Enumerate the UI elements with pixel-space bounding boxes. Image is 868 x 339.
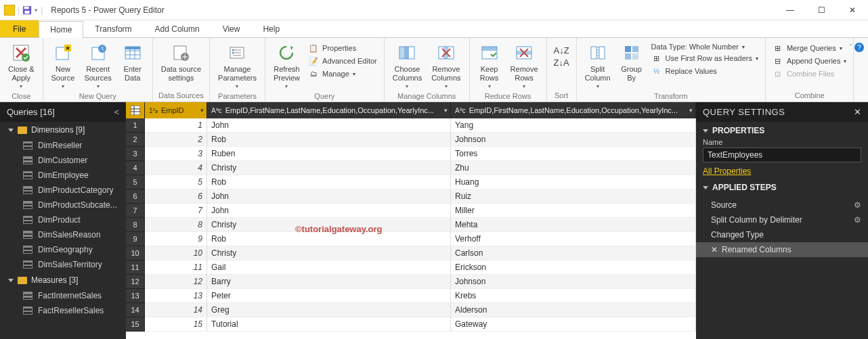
group-by-button[interactable]: Group By [616, 41, 647, 83]
collapse-ribbon-icon[interactable]: ˆ [850, 44, 852, 51]
cell-col1[interactable]: Greg [207, 303, 451, 317]
collapse-queries-icon[interactable]: < [114, 107, 119, 117]
cell-col2[interactable]: Verhoff [451, 232, 696, 246]
table-row[interactable]: 77JohnMiller [126, 204, 696, 218]
maximize-button[interactable]: ☐ [806, 0, 837, 20]
tab-add-column[interactable]: Add Column [144, 20, 211, 37]
cell-col2[interactable]: Carlson [451, 246, 696, 261]
cell-col2[interactable]: Zhu [451, 161, 696, 175]
cell-col1[interactable]: Gail [207, 261, 451, 275]
cell-col2[interactable]: Alderson [451, 303, 696, 317]
cell-col1[interactable]: Christy [207, 218, 451, 232]
split-column-button[interactable]: Split Column▾ [581, 41, 615, 91]
cell-empid[interactable]: 14 [145, 303, 207, 317]
delete-step-icon[interactable]: ✕ [711, 245, 718, 254]
recent-sources-button[interactable]: Recent Sources▾ [80, 41, 115, 91]
new-source-button[interactable]: ★ New Source▾ [47, 41, 79, 91]
query-group[interactable]: Dimensions [9] [0, 122, 126, 138]
close-apply-button[interactable]: Close & Apply▾ [4, 41, 39, 91]
cell-col1[interactable]: John [207, 189, 451, 204]
query-item[interactable]: DimProductCategory [0, 183, 126, 198]
qat-dropdown-icon[interactable]: ▾ [35, 7, 38, 14]
minimize-button[interactable]: ― [775, 0, 806, 20]
query-item[interactable]: DimEmployee [0, 168, 126, 183]
cell-empid[interactable]: 7 [145, 204, 207, 218]
query-item[interactable]: DimReseller [0, 138, 126, 153]
cell-empid[interactable]: 9 [145, 232, 207, 246]
save-icon[interactable] [22, 5, 32, 15]
tab-help[interactable]: Help [251, 20, 291, 37]
properties-button[interactable]: 📋Properties [305, 42, 380, 54]
advanced-editor-button[interactable]: 📝Advanced Editor [305, 55, 380, 67]
query-group[interactable]: Measures [3] [0, 272, 126, 288]
cell-col2[interactable]: Krebs [451, 289, 696, 303]
enter-data-button[interactable]: Enter Data [117, 41, 148, 83]
gear-icon[interactable]: ⚙ [854, 215, 861, 225]
tab-file[interactable]: File [0, 20, 39, 37]
cell-empid[interactable]: 8 [145, 218, 207, 232]
query-item[interactable]: DimProductSubcate... [0, 198, 126, 212]
table-row[interactable]: 44ChristyZhu [126, 161, 696, 175]
cell-col1[interactable]: Ruben [207, 147, 451, 161]
sort-desc-button[interactable]: Z↓A [551, 57, 572, 68]
cell-empid[interactable]: 15 [145, 317, 207, 332]
cell-col2[interactable]: Gateway [451, 317, 696, 332]
cell-col2[interactable]: Erickson [451, 261, 696, 275]
cell-col1[interactable]: Christy [207, 161, 451, 175]
cell-col1[interactable]: Rob [207, 232, 451, 246]
query-name-input[interactable] [703, 148, 861, 162]
query-item[interactable]: DimCustomer [0, 153, 126, 168]
table-row[interactable]: 99RobVerhoff [126, 232, 696, 246]
table-row[interactable]: 66JohnRuiz [126, 189, 696, 204]
cell-col2[interactable]: Miller [451, 204, 696, 218]
query-item[interactable]: FactInternetSales [0, 288, 126, 303]
all-properties-link[interactable]: All Properties [703, 166, 751, 176]
cell-empid[interactable]: 6 [145, 189, 207, 204]
tab-transform[interactable]: Transform [83, 20, 143, 37]
close-settings-icon[interactable]: ✕ [854, 107, 862, 117]
table-row[interactable]: 1414GregAlderson [126, 303, 696, 317]
choose-columns-button[interactable]: Choose Columns▾ [389, 41, 426, 91]
table-row[interactable]: 1313PeterKrebs [126, 289, 696, 303]
cell-col1[interactable]: Peter [207, 289, 451, 303]
applied-step[interactable]: Changed Type [696, 227, 868, 242]
cell-empid[interactable]: 4 [145, 161, 207, 175]
cell-col2[interactable]: Johnson [451, 275, 696, 289]
remove-columns-button[interactable]: Remove Columns▾ [427, 41, 464, 91]
table-row[interactable]: 22RobJohnson [126, 133, 696, 147]
refresh-preview-button[interactable]: Refresh Preview▾ [269, 41, 304, 91]
applied-step[interactable]: Source⚙ [696, 198, 868, 212]
cell-col2[interactable]: Ruiz [451, 189, 696, 204]
table-icon[interactable] [126, 102, 145, 118]
cell-col1[interactable]: John [207, 204, 451, 218]
data-source-settings-button[interactable]: Data source settings [157, 41, 205, 83]
cell-empid[interactable]: 1 [145, 118, 207, 133]
cell-col1[interactable]: Rob [207, 175, 451, 189]
table-row[interactable]: 1212BarryJohnson [126, 275, 696, 289]
table-row[interactable]: 1111GailErickson [126, 261, 696, 275]
cell-col2[interactable]: Huang [451, 175, 696, 189]
cell-empid[interactable]: 13 [145, 289, 207, 303]
manage-parameters-button[interactable]: Manage Parameters▾ [214, 41, 261, 91]
append-queries-button[interactable]: ⊟Append Queries ▾ [770, 55, 850, 67]
cell-empid[interactable]: 5 [145, 175, 207, 189]
query-item[interactable]: DimSalesReason [0, 227, 126, 242]
query-item[interactable]: DimProduct [0, 212, 126, 227]
cell-col1[interactable]: Barry [207, 275, 451, 289]
applied-step[interactable]: Split Column by Delimiter⚙ [696, 212, 868, 227]
sort-asc-button[interactable]: A↓Z [551, 45, 572, 56]
cell-col1[interactable]: Christy [207, 246, 451, 261]
remove-rows-button[interactable]: Remove Rows▾ [506, 41, 542, 91]
cell-col2[interactable]: Yang [451, 118, 696, 133]
table-row[interactable]: 1515TutorialGateway [126, 317, 696, 332]
table-row[interactable]: 55RobHuang [126, 175, 696, 189]
cell-col2[interactable]: Torres [451, 147, 696, 161]
query-item[interactable]: DimGeography [0, 242, 126, 257]
tab-home[interactable]: Home [39, 21, 83, 38]
column-header-empid[interactable]: 1²₃EmpID▾ [145, 102, 207, 118]
merge-queries-button[interactable]: ⊞Merge Queries ▾ [770, 42, 850, 54]
column-header-2[interactable]: AᴮcEmpID,FirstName,LastName,Education,Oc… [451, 102, 696, 118]
query-item[interactable]: FactResellerSales [0, 303, 126, 318]
query-item[interactable]: DimSalesTerritory [0, 257, 126, 272]
cell-empid[interactable]: 11 [145, 261, 207, 275]
